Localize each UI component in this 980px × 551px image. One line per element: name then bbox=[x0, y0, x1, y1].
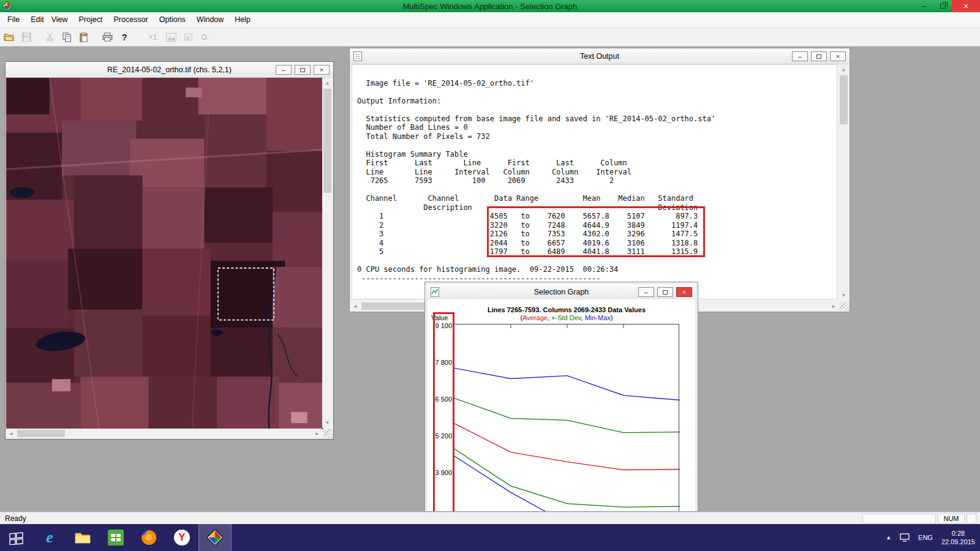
menu-view[interactable]: View bbox=[50, 12, 74, 28]
start-button[interactable] bbox=[0, 524, 33, 551]
tray-clock[interactable]: 0:28 22.09.2015 bbox=[941, 529, 975, 546]
axis-highlight-box bbox=[433, 312, 454, 511]
taskbar-ie-button[interactable]: e bbox=[33, 524, 66, 551]
y-tick-label: 6 500 bbox=[430, 395, 452, 403]
close-button[interactable]: × bbox=[952, 0, 980, 12]
y-tick-label: 7 800 bbox=[430, 359, 452, 366]
resize-grip[interactable] bbox=[323, 429, 333, 438]
satellite-image-canvas[interactable] bbox=[6, 78, 323, 429]
open-folder-icon bbox=[4, 32, 15, 42]
legend-minmax: Min-Max bbox=[585, 314, 611, 321]
taskbar-explorer-button[interactable] bbox=[66, 524, 99, 551]
window-title: MultiSpec Windows Application - Selectio… bbox=[0, 2, 980, 11]
y-axis-title: Value bbox=[431, 314, 448, 321]
text-restore-button[interactable] bbox=[811, 51, 827, 61]
text-minimize-button[interactable]: – bbox=[792, 51, 808, 61]
scroll-left-icon[interactable]: ◄ bbox=[6, 429, 16, 438]
tray-language[interactable]: ENG bbox=[918, 534, 933, 541]
scroll-down-icon[interactable]: ▼ bbox=[839, 290, 849, 301]
vscroll-thumb[interactable] bbox=[323, 89, 331, 193]
paste-icon bbox=[80, 32, 88, 42]
vscroll-thumb[interactable] bbox=[840, 75, 848, 124]
resize-grip[interactable] bbox=[840, 302, 849, 311]
main-titlebar: MultiSpec Windows Application - Selectio… bbox=[0, 0, 980, 12]
mountain-icon bbox=[166, 33, 176, 42]
series-mean-plus-std bbox=[454, 399, 680, 433]
restore-icon bbox=[300, 68, 305, 72]
menu-processor[interactable]: Processor bbox=[108, 12, 153, 28]
status-bar: Ready NUM bbox=[0, 512, 980, 524]
text-output-view: Image file = 'RE_2014-05-02_ortho.tif' O… bbox=[352, 64, 837, 299]
windows-store-icon bbox=[108, 530, 124, 545]
image-hscrollbar[interactable]: ◄ ► bbox=[6, 429, 322, 438]
scroll-right-icon[interactable]: ► bbox=[312, 429, 322, 438]
image-close-button[interactable]: × bbox=[314, 65, 330, 75]
zoom-in-button[interactable] bbox=[163, 30, 179, 45]
overlay-button[interactable]: O. bbox=[197, 30, 213, 45]
help-button[interactable]: ? bbox=[116, 30, 132, 45]
graph-content: Lines 7265-7593. Columns 2069-2433 Data … bbox=[428, 299, 695, 511]
graph-close-button[interactable]: × bbox=[676, 287, 692, 297]
open-file-button[interactable] bbox=[1, 30, 17, 45]
zoom-x1-button[interactable]: ×1. bbox=[146, 30, 162, 45]
print-button[interactable] bbox=[99, 30, 115, 45]
menubar: File Edit View Project Processor Options… bbox=[0, 12, 980, 28]
restore-icon bbox=[663, 290, 668, 294]
restore-button[interactable] bbox=[933, 0, 952, 12]
tray-show-hidden-icon[interactable]: ▲ bbox=[886, 534, 891, 541]
scroll-left-icon[interactable]: ◄ bbox=[350, 301, 360, 311]
zoom-x1-icon: ×1. bbox=[148, 33, 159, 42]
scroll-down-icon[interactable]: ▼ bbox=[322, 418, 333, 428]
menu-project[interactable]: Project bbox=[74, 12, 108, 28]
text-close-button[interactable]: × bbox=[830, 51, 846, 61]
zoom-out-button[interactable] bbox=[180, 30, 196, 45]
windows-start-icon bbox=[9, 530, 24, 545]
y-tick-label: 5 200 bbox=[430, 432, 452, 440]
graph-minimize-button[interactable]: – bbox=[638, 287, 654, 297]
cut-button[interactable] bbox=[42, 30, 58, 45]
restore-icon bbox=[940, 4, 946, 9]
taskbar-firefox-button[interactable] bbox=[132, 524, 165, 551]
save-button[interactable] bbox=[18, 30, 34, 45]
mountain-small-icon bbox=[184, 34, 192, 40]
plot-lines bbox=[454, 324, 680, 511]
menu-window[interactable]: Window bbox=[191, 12, 229, 28]
file-explorer-icon bbox=[74, 530, 91, 545]
legend-stddev: +-Std Dev bbox=[551, 314, 581, 321]
taskbar-multispec-button[interactable] bbox=[198, 524, 232, 551]
hscroll-thumb[interactable] bbox=[17, 430, 65, 437]
image-minimize-button[interactable]: – bbox=[276, 65, 292, 75]
text-output-window: Text Output – × Image file = 'RE_2014-05… bbox=[349, 48, 850, 312]
copy-button[interactable] bbox=[59, 30, 75, 45]
series-max bbox=[454, 368, 680, 400]
internet-explorer-icon: e bbox=[46, 528, 53, 547]
scroll-right-icon[interactable]: ► bbox=[829, 301, 839, 311]
plot-area bbox=[454, 324, 679, 511]
menu-help[interactable]: Help bbox=[229, 12, 256, 28]
clock-date: 22.09.2015 bbox=[941, 538, 975, 546]
menu-options[interactable]: Options bbox=[154, 12, 191, 28]
graph-restore-button[interactable] bbox=[657, 287, 673, 297]
firefox-icon bbox=[141, 530, 157, 545]
series-min bbox=[454, 456, 680, 511]
paste-button[interactable] bbox=[76, 30, 92, 45]
image-vscrollbar[interactable]: ▲ ▼ bbox=[322, 78, 333, 428]
minimize-button[interactable]: – bbox=[915, 0, 933, 12]
text-output-titlebar[interactable]: Text Output bbox=[350, 48, 850, 64]
menu-edit[interactable]: Edit bbox=[25, 12, 50, 28]
scroll-up-icon[interactable]: ▲ bbox=[322, 78, 333, 88]
clock-time: 0:28 bbox=[941, 529, 975, 538]
help-icon: ? bbox=[121, 32, 127, 42]
scroll-up-icon[interactable]: ▲ bbox=[839, 64, 849, 75]
menu-file[interactable]: File bbox=[0, 12, 25, 28]
satellite-image bbox=[6, 78, 323, 429]
tray-display-icon[interactable] bbox=[900, 533, 910, 542]
taskbar-yandex-button[interactable]: Y bbox=[165, 524, 198, 551]
text-vscrollbar[interactable]: ▲ ▼ bbox=[839, 64, 849, 301]
restore-icon bbox=[816, 54, 821, 59]
status-pane-small bbox=[967, 514, 976, 523]
text-output-title: Text Output bbox=[350, 52, 850, 61]
taskbar-store-button[interactable] bbox=[99, 524, 132, 551]
graph-header: Lines 7265-7593. Columns 2069-2433 Data … bbox=[454, 306, 679, 313]
image-restore-button[interactable] bbox=[295, 65, 311, 75]
